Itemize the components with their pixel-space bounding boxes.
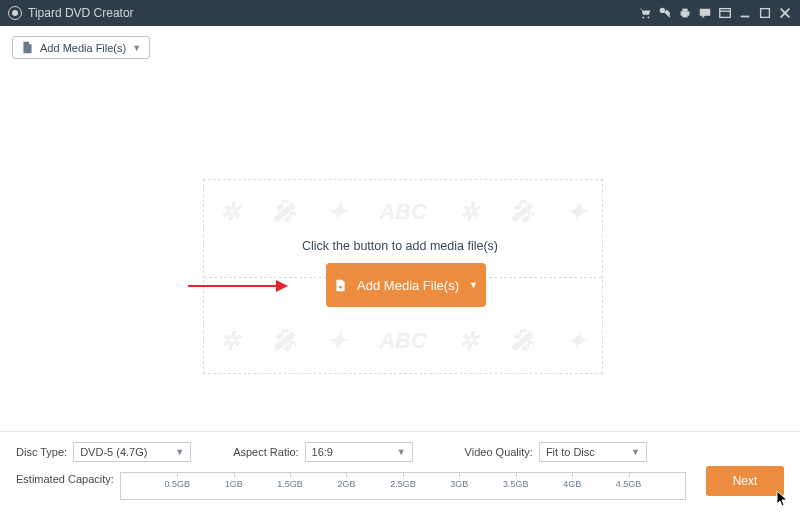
print-icon[interactable] [678,6,692,20]
bg-icons-row-top: ✲ 🎤︎ ✦ ABC ✲ 🎤︎ ✦ [204,198,602,226]
disc-type-label: Disc Type: [16,446,67,458]
cursor-icon [776,490,790,508]
close-icon[interactable] [778,6,792,20]
capacity-tick-label: 4.5GB [616,479,642,489]
chevron-down-icon: ▼ [397,447,406,457]
app-title: Tipard DVD Creator [28,6,134,20]
bg-icons-row-bottom: ✲ 🎤︎ ✦ ABC ✲ 🎤︎ ✦ [204,327,602,355]
svg-rect-6 [720,9,731,18]
abc-label: ABC [379,328,427,354]
add-media-button-primary-label: Add Media File(s) [357,278,459,293]
estimated-capacity-label: Estimated Capacity: [16,472,114,485]
instruction-arrow [188,277,288,295]
sparkle-icon: ✦ [566,327,586,355]
menu-icon[interactable] [718,6,732,20]
mic-icon: 🎤︎ [510,198,534,226]
toolbar: Add Media File(s) ▼ [0,26,800,69]
chevron-down-icon: ▼ [469,280,478,290]
capacity-tick-label: 2.5GB [390,479,416,489]
svg-point-0 [642,17,644,19]
film-icon: ✲ [459,327,479,355]
add-file-icon [334,279,347,292]
footer: Disc Type: DVD-5 (4.7G) ▼ Aspect Ratio: … [0,432,800,514]
film-icon: ✲ [220,198,240,226]
app-logo-icon [8,6,22,20]
capacity-tick-label: 4GB [563,479,581,489]
sparkle-icon: ✦ [327,198,347,226]
video-quality-value: Fit to Disc [546,446,595,458]
svg-marker-13 [276,280,288,292]
maximize-icon[interactable] [758,6,772,20]
capacity-tick-label: 1GB [225,479,243,489]
aspect-ratio-value: 16:9 [312,446,333,458]
sparkle-icon: ✦ [327,327,347,355]
svg-rect-4 [682,9,687,12]
film-icon: ✲ [459,198,479,226]
capacity-row: Estimated Capacity: 0.5GB1GB1.5GB2GB2.5G… [16,472,784,500]
main-canvas: ✲ 🎤︎ ✦ ABC ✲ 🎤︎ ✦ ✲ 🎤︎ ✦ ABC ✲ 🎤︎ ✦ Clic… [0,69,800,429]
dropzone-prompt: Click the button to add media file(s) [0,239,800,253]
capacity-tick-label: 0.5GB [164,479,190,489]
minimize-icon[interactable] [738,6,752,20]
mic-icon: 🎤︎ [510,327,534,355]
aspect-ratio-select[interactable]: 16:9 ▼ [305,442,413,462]
capacity-tick-label: 3GB [450,479,468,489]
disc-type-value: DVD-5 (4.7G) [80,446,147,458]
svg-rect-5 [682,15,687,18]
capacity-tick-label: 3.5GB [503,479,529,489]
abc-label: ABC [379,199,427,225]
mic-icon: 🎤︎ [272,327,296,355]
titlebar: Tipard DVD Creator [0,0,800,26]
capacity-tick-label: 2GB [337,479,355,489]
aspect-ratio-label: Aspect Ratio: [233,446,298,458]
key-icon[interactable] [658,6,672,20]
mic-icon: 🎤︎ [272,198,296,226]
film-icon: ✲ [220,327,240,355]
chevron-down-icon: ▼ [631,447,640,457]
add-media-button-toolbar[interactable]: Add Media File(s) ▼ [12,36,150,59]
capacity-tick-label: 1.5GB [277,479,303,489]
disc-type-select[interactable]: DVD-5 (4.7G) ▼ [73,442,191,462]
sparkle-icon: ✦ [566,198,586,226]
chat-icon[interactable] [698,6,712,20]
add-media-button-toolbar-label: Add Media File(s) [40,42,126,54]
next-button-label: Next [733,474,758,488]
chevron-down-icon: ▼ [175,447,184,457]
add-file-icon [21,41,34,54]
video-quality-label: Video Quality: [465,446,533,458]
capacity-meter: 0.5GB1GB1.5GB2GB2.5GB3GB3.5GB4GB4.5GB [120,472,686,500]
cart-icon[interactable] [638,6,652,20]
chevron-down-icon: ▼ [132,43,141,53]
svg-rect-9 [761,9,770,18]
settings-row: Disc Type: DVD-5 (4.7G) ▼ Aspect Ratio: … [16,442,784,462]
video-quality-select[interactable]: Fit to Disc ▼ [539,442,647,462]
add-media-button-primary[interactable]: Add Media File(s) ▼ [326,263,486,307]
svg-point-1 [648,17,650,19]
next-button[interactable]: Next [706,466,784,496]
